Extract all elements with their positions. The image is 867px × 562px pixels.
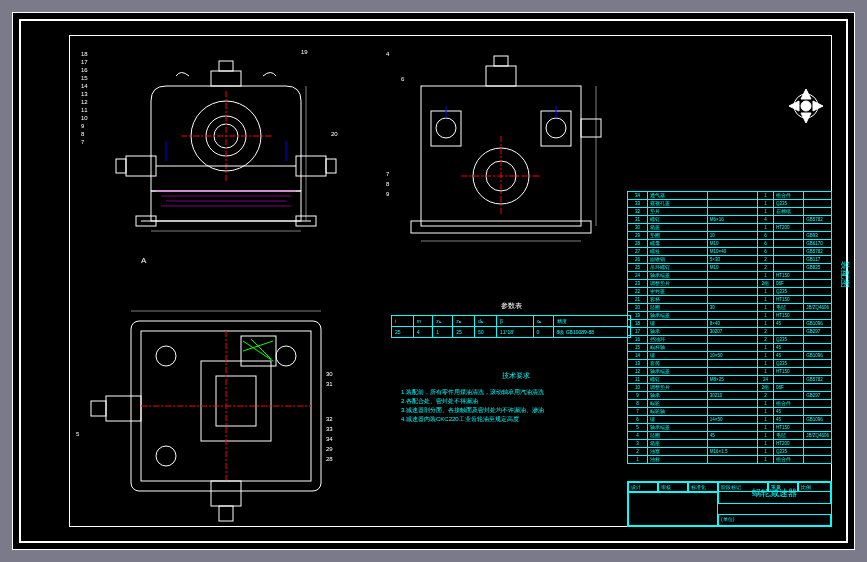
- svg-rect-34: [581, 119, 601, 137]
- bom-row: 6键14×50145GB1096: [628, 416, 832, 424]
- top-leader-33: 33: [326, 426, 333, 432]
- bom-row: 14键10×50145GB1096: [628, 352, 832, 360]
- notes-heading: 技术要求: [401, 371, 631, 382]
- side-leader-4: 4: [386, 51, 389, 57]
- leader-7: 7: [81, 139, 84, 145]
- bom-row: 15蜗杆轴145: [628, 344, 832, 352]
- paper-frame: 18 17 16 15 14 13 12 11 10 9 8 7 19 20: [19, 19, 848, 543]
- bom-row: 26圆锥销5×302GB117: [628, 256, 832, 264]
- bom-row: 1油标1组合件: [628, 456, 832, 464]
- svg-point-51: [276, 346, 296, 366]
- bom-row: 17轴承302072GB297: [628, 328, 832, 336]
- svg-rect-14: [211, 71, 241, 86]
- bom-row: 16挡油环2Q235: [628, 336, 832, 344]
- svg-rect-43: [106, 396, 141, 421]
- bom-row: 2油塞M16×1.51Q235: [628, 448, 832, 456]
- bom-row: 20毡圈301毛毡JB/ZQ4606: [628, 304, 832, 312]
- side-vertical-label: 装配图: [838, 261, 851, 288]
- note-line: 3.减速器剖分面、各接触面及密封处均不许漏油、渗油: [401, 406, 631, 415]
- leader-11: 11: [81, 107, 88, 113]
- section-mark-a: A: [141, 256, 146, 265]
- tb-check: 审核: [658, 482, 688, 492]
- bom-row: 4毡圈451毛毡JB/ZQ4606: [628, 432, 832, 440]
- svg-rect-35: [486, 66, 516, 86]
- bom-row: 12轴承端盖1HT150: [628, 368, 832, 376]
- svg-rect-10: [116, 159, 126, 173]
- top-view: [81, 281, 361, 531]
- technical-notes: 技术要求 1.装配前，所有零件用煤油清洗，滚动轴承用汽油清洗2.各配合处、密封处…: [401, 371, 631, 424]
- bom-row: 22密封盖1Q235: [628, 288, 832, 296]
- svg-rect-15: [219, 61, 233, 71]
- leader-14: 14: [81, 83, 88, 89]
- bom-row: 25吊环螺钉M102GB825: [628, 264, 832, 272]
- side-leader-8: 8: [386, 181, 389, 187]
- bom-row: 13套筒1Q235: [628, 360, 832, 368]
- tb-org: (单位): [718, 514, 831, 526]
- top-leader-29: 29: [326, 446, 333, 452]
- bottom-leader-5: 5: [76, 431, 79, 437]
- tb-name: 蜗轮减速器: [718, 482, 831, 504]
- side-leader-6: 6: [401, 76, 404, 82]
- bom-row: 28螺母M106GB6170: [628, 240, 832, 248]
- svg-rect-45: [201, 361, 271, 441]
- cad-window: 18 17 16 15 14 13 12 11 10 9 8 7 19 20: [12, 12, 855, 550]
- bom-row: 34通气器1组合件: [628, 192, 832, 200]
- top-leader-32: 32: [326, 416, 333, 422]
- leader-16: 16: [81, 67, 88, 73]
- bom-row: 9轴承302102GB297: [628, 392, 832, 400]
- svg-rect-36: [494, 56, 508, 66]
- front-view: [81, 41, 351, 251]
- top-leader-30: 30: [326, 371, 333, 377]
- bom-table: 34通气器1组合件33窥视孔盖1Q23532垫片1石棉纸31螺钉M6×164GB…: [627, 191, 832, 481]
- bom-row: 30箱盖1HT200: [628, 224, 832, 232]
- bom-row: 3箱座1HT200: [628, 440, 832, 448]
- top-leader-28: 28: [326, 456, 333, 462]
- svg-rect-46: [216, 376, 256, 426]
- svg-rect-25: [411, 221, 591, 233]
- bom-row: 21套杯1HT150: [628, 296, 832, 304]
- leader-13: 13: [81, 91, 88, 97]
- svg-point-31: [436, 118, 456, 138]
- bom-row: 8蜗轮1组合件: [628, 400, 832, 408]
- bom-row: 29垫圈106GB93: [628, 232, 832, 240]
- bom-row: 33窥视孔盖1Q235: [628, 200, 832, 208]
- title-block: 设计 审核 标准化 阶段标记 重量 比例 蜗轮减速器 (单位): [627, 481, 832, 527]
- bom-row: 10调整垫片2组08F: [628, 384, 832, 392]
- svg-point-33: [546, 118, 566, 138]
- tb-std: 标准化: [688, 482, 718, 492]
- bom-row: 27螺栓M10×406GB5782: [628, 248, 832, 256]
- leader-9: 9: [81, 123, 84, 129]
- projection-symbol-icon: [781, 81, 831, 131]
- svg-rect-56: [211, 481, 241, 506]
- leader-15: 15: [81, 75, 88, 81]
- svg-point-49: [156, 346, 176, 366]
- bom-row: 24轴承端盖1HT150: [628, 272, 832, 280]
- parameters-table: 参数表 imz₁z₂d₁βx₂精度 2541255011°18'08级 GB10…: [391, 301, 631, 338]
- svg-point-60: [801, 101, 811, 111]
- svg-rect-12: [326, 159, 336, 173]
- bom-row: 19轴承端盖1HT150: [628, 312, 832, 320]
- leader-20: 20: [331, 131, 338, 137]
- leader-8: 8: [81, 131, 84, 137]
- note-line: 4.减速器内装CKC220工业齿轮油至规定高度: [401, 415, 631, 424]
- leader-12: 12: [81, 99, 88, 105]
- tb-design: 设计: [628, 482, 658, 492]
- leader-19: 19: [301, 49, 308, 55]
- bom-row: 7蜗轮轴145: [628, 408, 832, 416]
- note-line: 1.装配前，所有零件用煤油清洗，滚动轴承用汽油清洗: [401, 388, 631, 397]
- note-line: 2.各配合处、密封处不得漏油: [401, 397, 631, 406]
- svg-rect-44: [91, 401, 106, 416]
- svg-line-53: [243, 341, 273, 361]
- side-leader-9: 9: [386, 191, 389, 197]
- bom-row: 18键8×40145GB1096: [628, 320, 832, 328]
- svg-point-50: [156, 446, 176, 466]
- leader-10: 10: [81, 115, 88, 121]
- side-leader-7: 7: [386, 171, 389, 177]
- svg-line-55: [251, 339, 271, 359]
- svg-rect-57: [219, 506, 233, 521]
- top-leader-34: 34: [326, 436, 333, 442]
- side-view: [381, 41, 631, 251]
- leader-17: 17: [81, 59, 88, 65]
- bom-row: 23调整垫片2组08F: [628, 280, 832, 288]
- tb-sig-area: [628, 492, 718, 526]
